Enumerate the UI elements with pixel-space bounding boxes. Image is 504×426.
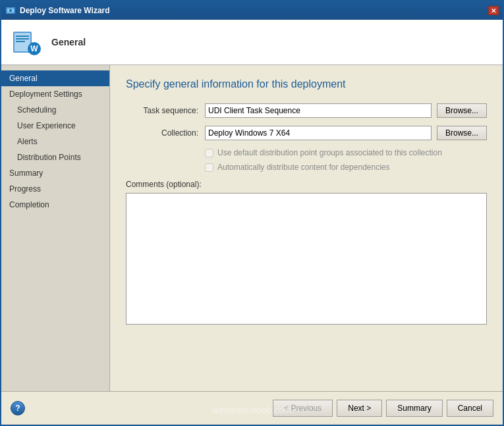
checkbox-auto-distribute-label: Automatically distribute content for dep… (217, 163, 390, 172)
previous-button[interactable]: < Previous (273, 400, 333, 417)
comments-textarea[interactable] (126, 193, 487, 325)
task-sequence-row: Task sequence: Browse... (126, 103, 487, 118)
wizard-header-title: General (51, 37, 86, 47)
title-bar-title: Deploy Software Wizard (20, 6, 488, 15)
nav-item-progress[interactable]: Progress (1, 181, 109, 197)
collection-row: Collection: Browse... (126, 126, 487, 140)
nav-item-summary[interactable]: Summary (1, 165, 109, 181)
nav-item-distribution-points[interactable]: Distribution Points (1, 149, 109, 165)
checkbox-distribution-row: Use default distribution point groups as… (205, 148, 487, 157)
nav-item-deployment-settings[interactable]: Deployment Settings (1, 86, 109, 102)
nav-item-completion[interactable]: Completion (1, 197, 109, 213)
wizard-body: General Deployment Settings Scheduling U… (1, 65, 503, 391)
wizard-footer: ? < Previous Next > Summary Cancel (1, 391, 503, 424)
wizard-header: W General (1, 20, 503, 65)
content-title: Specify general information for this dep… (126, 78, 487, 90)
svg-rect-6 (16, 38, 29, 40)
collection-browse-button[interactable]: Browse... (437, 126, 487, 140)
nav-item-alerts[interactable]: Alerts (1, 134, 109, 149)
comments-label: Comments (optional): (126, 180, 487, 189)
collection-input[interactable] (205, 126, 432, 140)
cancel-button[interactable]: Cancel (447, 400, 493, 417)
summary-button[interactable]: Summary (386, 400, 442, 417)
help-button[interactable]: ? (11, 401, 25, 415)
footer-left: ? (11, 401, 269, 415)
task-sequence-input[interactable] (205, 103, 432, 118)
svg-rect-5 (16, 36, 29, 37)
wizard-icon: W (11, 26, 42, 58)
nav-item-general[interactable]: General (1, 70, 109, 86)
title-bar: Deploy Software Wizard ✕ (1, 1, 503, 20)
checkbox-auto-distribute[interactable] (205, 163, 213, 172)
next-button[interactable]: Next > (337, 400, 382, 417)
svg-rect-7 (16, 41, 25, 42)
wizard-content: Specify general information for this dep… (110, 65, 503, 391)
wizard-window: Deploy Software Wizard ✕ W General Gener… (0, 0, 504, 426)
checkbox-distribution[interactable] (205, 149, 213, 157)
svg-point-2 (9, 9, 12, 12)
close-button[interactable]: ✕ (488, 6, 499, 15)
title-bar-icon (5, 5, 16, 16)
collection-label: Collection: (126, 128, 198, 138)
checkbox-distribution-label: Use default distribution point groups as… (217, 148, 442, 157)
checkbox-auto-distribute-row: Automatically distribute content for dep… (205, 163, 487, 172)
nav-item-scheduling[interactable]: Scheduling (1, 102, 109, 118)
svg-text:W: W (30, 44, 38, 53)
task-sequence-browse-button[interactable]: Browse... (437, 103, 487, 118)
task-sequence-label: Task sequence: (126, 106, 198, 115)
wizard-nav: General Deployment Settings Scheduling U… (1, 65, 110, 391)
nav-item-user-experience[interactable]: User Experience (1, 118, 109, 134)
